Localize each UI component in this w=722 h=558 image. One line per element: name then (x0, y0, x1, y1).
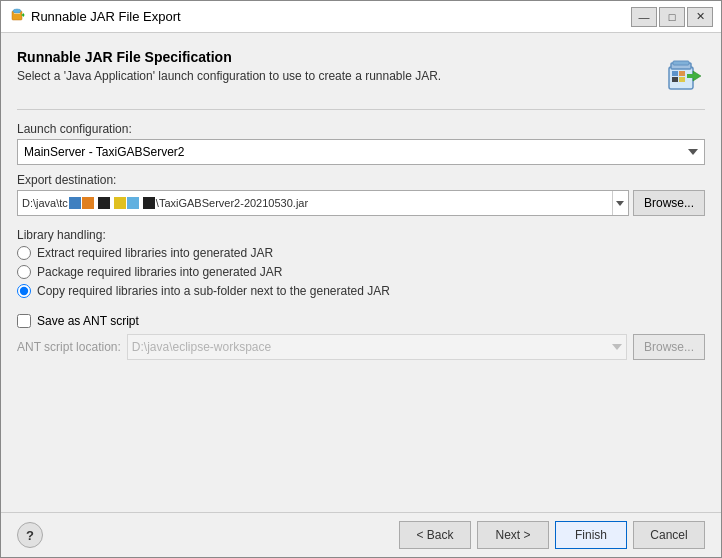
launch-config-label: Launch configuration: (17, 122, 705, 136)
library-handling-label: Library handling: (17, 228, 705, 242)
ant-location-row: ANT script location: D:\java\eclipse-wor… (17, 334, 705, 360)
launch-config-select[interactable]: MainServer - TaxiGABServer2 (17, 139, 705, 165)
radio-copy[interactable] (17, 284, 31, 298)
path-block-4 (114, 197, 126, 209)
path-block-1 (69, 197, 81, 209)
header-separator (17, 109, 705, 110)
form-section: Launch configuration: MainServer - TaxiG… (17, 122, 705, 500)
export-dest-field: Export destination: D:\java\tc (17, 173, 705, 216)
path-text-end: \TaxiGABServer2-20210530.jar (156, 197, 308, 209)
radio-extract-label: Extract required libraries into generate… (37, 246, 273, 260)
header-subtitle: Select a 'Java Application' launch confi… (17, 69, 657, 83)
ant-checkbox-label: Save as ANT script (37, 314, 139, 328)
path-block-2 (82, 197, 94, 209)
radio-group: Extract required libraries into generate… (17, 246, 705, 298)
dialog-footer: ? < Back Next > Finish Cancel (1, 512, 721, 557)
svg-rect-5 (673, 61, 689, 65)
radio-package-label: Package required libraries into generate… (37, 265, 282, 279)
ant-checkbox[interactable] (17, 314, 31, 328)
library-handling-section: Library handling: Extract required libra… (17, 228, 705, 298)
title-bar-controls: — □ ✕ (631, 7, 713, 27)
path-block-5 (127, 197, 139, 209)
jar-icon (657, 49, 705, 97)
svg-rect-11 (679, 77, 685, 82)
svg-rect-10 (672, 77, 678, 82)
minimize-button[interactable]: — (631, 7, 657, 27)
header-title: Runnable JAR File Specification (17, 49, 657, 65)
ant-checkbox-row[interactable]: Save as ANT script (17, 314, 705, 328)
radio-extract[interactable] (17, 246, 31, 260)
radio-item-2[interactable]: Package required libraries into generate… (17, 265, 705, 279)
svg-point-1 (13, 9, 21, 13)
dialog-content: Runnable JAR File Specification Select a… (1, 33, 721, 500)
ant-location-label: ANT script location: (17, 340, 121, 354)
header-text: Runnable JAR File Specification Select a… (17, 49, 657, 83)
ant-location-select: D:\java\eclipse-workspace (127, 334, 627, 360)
ant-section: Save as ANT script ANT script location: … (17, 314, 705, 360)
back-button[interactable]: < Back (399, 521, 471, 549)
svg-rect-9 (679, 71, 685, 76)
path-block-3 (98, 197, 110, 209)
radio-copy-label: Copy required libraries into a sub-folde… (37, 284, 390, 298)
ant-browse-button: Browse... (633, 334, 705, 360)
export-browse-button[interactable]: Browse... (633, 190, 705, 216)
next-button[interactable]: Next > (477, 521, 549, 549)
svg-rect-2 (14, 13, 20, 14)
cancel-button[interactable]: Cancel (633, 521, 705, 549)
footer-buttons: < Back Next > Finish Cancel (43, 521, 705, 549)
title-bar-text: Runnable JAR File Export (31, 9, 625, 24)
title-bar: Runnable JAR File Export — □ ✕ (1, 1, 721, 33)
ant-location-combo: D:\java\eclipse-workspace (127, 334, 627, 360)
dest-dropdown-arrow[interactable] (612, 191, 628, 215)
export-dest-row: D:\java\tc \TaxiGABServer2-20210530.jar (17, 190, 705, 216)
header-section: Runnable JAR File Specification Select a… (17, 49, 705, 97)
launch-config-field: Launch configuration: MainServer - TaxiG… (17, 122, 705, 165)
maximize-button[interactable]: □ (659, 7, 685, 27)
radio-item-1[interactable]: Extract required libraries into generate… (17, 246, 705, 260)
title-bar-icon (9, 7, 25, 26)
finish-button[interactable]: Finish (555, 521, 627, 549)
path-block-6 (143, 197, 155, 209)
path-text-start: D:\java\tc (22, 197, 68, 209)
radio-package[interactable] (17, 265, 31, 279)
help-button[interactable]: ? (17, 522, 43, 548)
dialog-window: Runnable JAR File Export — □ ✕ Runnable … (0, 0, 722, 558)
svg-rect-7 (687, 74, 695, 78)
svg-rect-8 (672, 71, 678, 76)
close-button[interactable]: ✕ (687, 7, 713, 27)
export-dest-label: Export destination: (17, 173, 705, 187)
radio-item-3[interactable]: Copy required libraries into a sub-folde… (17, 284, 705, 298)
